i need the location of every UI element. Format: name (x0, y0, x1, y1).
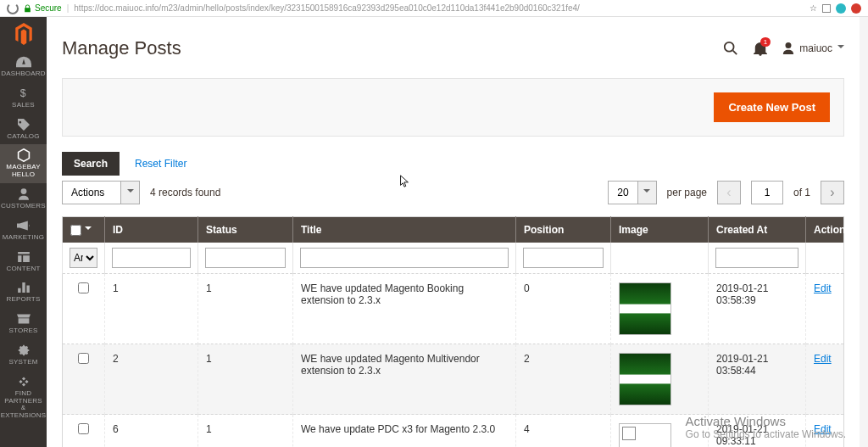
sidebar-label-catalog: CATALOG (0, 133, 47, 141)
sidebar-item-catalog[interactable]: CATALOG (0, 114, 47, 145)
reload-icon[interactable] (7, 3, 19, 14)
cell-status: 1 (198, 415, 293, 448)
col-status[interactable]: Status (198, 217, 293, 243)
sidebar-label-marketing: MARKETING (0, 234, 47, 242)
row-checkbox[interactable] (78, 423, 89, 434)
pager-prev-button[interactable]: ‹ (717, 181, 741, 204)
cell-status: 1 (198, 274, 293, 344)
svg-point-1 (725, 42, 734, 52)
magento-logo[interactable] (0, 17, 47, 51)
sidebar-item-marketing[interactable]: MARKETING (0, 215, 47, 246)
sidebar-label-dashboard: DASHBOARD (0, 70, 47, 78)
per-page-label: per page (667, 187, 707, 198)
edit-link[interactable]: Edit (814, 423, 832, 435)
posts-grid: ID Status Title Position Image Created A… (62, 216, 844, 447)
row-checkbox[interactable] (78, 353, 89, 364)
col-image[interactable]: Image (611, 217, 709, 243)
per-page-value: 20 (608, 181, 637, 204)
col-action: Action (806, 217, 844, 243)
vert-divider: | (67, 3, 70, 13)
pager-next-button[interactable]: › (821, 181, 844, 204)
sidebar-item-magebayhello[interactable]: MAGEBAYHELLO (0, 144, 47, 183)
browser-chrome: Secure | https://doc.maiuoc.info/m23/adm… (0, 0, 868, 17)
cell-image (611, 415, 709, 448)
edit-link[interactable]: Edit (814, 282, 832, 294)
sidebar-item-customers[interactable]: CUSTOMERS (0, 183, 47, 215)
thumbnail-image (619, 282, 671, 335)
page-actions: Create New Post (62, 78, 844, 137)
thumbnail-image (619, 353, 671, 405)
filter-status-input[interactable] (205, 248, 286, 268)
filter-id-input[interactable] (112, 248, 191, 268)
thumbnail-broken-icon (619, 423, 671, 447)
star-icon[interactable]: ☆ (810, 3, 817, 13)
col-id[interactable]: ID (105, 217, 198, 243)
records-found: 4 records found (150, 187, 220, 198)
sidebar-item-content[interactable]: CONTENT (0, 246, 47, 277)
gear-icon (16, 344, 31, 356)
sidebar-label-content: CONTENT (0, 265, 47, 273)
table-row[interactable]: 11WE have updated Magento Booking extens… (63, 274, 844, 344)
sidebar-label-stores: STORES (0, 327, 47, 335)
filter-row: Any (63, 243, 844, 274)
cell-status: 1 (198, 344, 293, 415)
cell-id: 2 (105, 344, 198, 415)
grid-toolbar: Actions 4 records found 20 per page ‹ of… (62, 181, 844, 204)
page-header: Manage Posts 1 maiuoc (62, 17, 844, 78)
table-row[interactable]: 21WE have updated Magento Multivendor ex… (63, 344, 844, 415)
cell-position: 2 (516, 344, 611, 415)
sidebar-label-reports: REPORTS (0, 296, 47, 304)
filter-position-input[interactable] (523, 248, 604, 268)
mass-actions-select[interactable]: Actions (62, 181, 140, 204)
store-icon (16, 313, 31, 325)
megaphone-icon (16, 220, 31, 232)
sidebar-item-findpartners[interactable]: FIND PARTNERS& EXTENSIONS (0, 371, 47, 424)
chevron-down-icon (638, 181, 657, 204)
sidebar-item-stores[interactable]: STORES (0, 308, 47, 339)
col-position[interactable]: Position (516, 217, 611, 243)
filter-created-input[interactable] (715, 248, 798, 268)
page-title: Manage Posts (62, 37, 723, 59)
sidebar-label-customers: CUSTOMERS (0, 203, 47, 210)
pager-page-input[interactable] (751, 181, 783, 204)
dollar-icon: $ (16, 87, 31, 99)
filter-title-input[interactable] (300, 248, 509, 268)
cell-image (611, 274, 709, 344)
cell-title: WE have updated Magento Booking extensio… (293, 274, 516, 344)
create-new-post-button[interactable]: Create New Post (714, 92, 830, 122)
ext-icon-1[interactable] (836, 3, 846, 14)
col-title[interactable]: Title (293, 217, 516, 243)
username: maiuoc (799, 42, 832, 54)
layout-icon (16, 251, 31, 263)
chevron-down-icon (121, 181, 140, 204)
filter-any-select[interactable]: Any (70, 248, 97, 268)
bookmark-box-icon[interactable] (822, 4, 831, 13)
cell-created: 2019-01-21 09:33:11 (709, 415, 806, 448)
header-actions: 1 maiuoc (723, 41, 844, 56)
sidebar-label-sales: SALES (0, 102, 47, 109)
per-page-select[interactable]: 20 (608, 181, 656, 204)
cell-title: WE have updated Magento Multivendor exte… (293, 344, 516, 415)
user-icon (16, 188, 31, 200)
diamond-icon (16, 376, 31, 388)
sidebar-item-system[interactable]: SYSTEM (0, 339, 47, 371)
sidebar-item-dashboard[interactable]: DASHBOARD (0, 51, 47, 82)
reset-filter-link[interactable]: Reset Filter (135, 158, 186, 170)
row-checkbox[interactable] (78, 282, 89, 293)
col-created[interactable]: Created At (709, 217, 806, 243)
edit-link[interactable]: Edit (814, 353, 832, 365)
search-button[interactable]: Search (62, 152, 120, 176)
user-menu[interactable]: maiuoc (782, 42, 844, 54)
table-row[interactable]: 61We have update PDC x3 for Magento 2.3.… (63, 415, 844, 448)
main-content: Manage Posts 1 maiuoc Create New Post Se… (47, 17, 860, 447)
col-checkbox[interactable] (63, 217, 105, 243)
notification-badge: 1 (760, 37, 771, 47)
cell-title: We have update PDC x3 for Magento 2.3.0 (293, 415, 516, 448)
ext-icon-2[interactable] (851, 3, 861, 14)
sidebar-item-reports[interactable]: REPORTS (0, 277, 47, 308)
sidebar-item-sales[interactable]: $ SALES (0, 82, 47, 114)
bars-icon (16, 282, 31, 293)
cell-image (611, 344, 709, 415)
notifications-icon[interactable]: 1 (754, 41, 767, 56)
search-icon[interactable] (723, 41, 738, 56)
